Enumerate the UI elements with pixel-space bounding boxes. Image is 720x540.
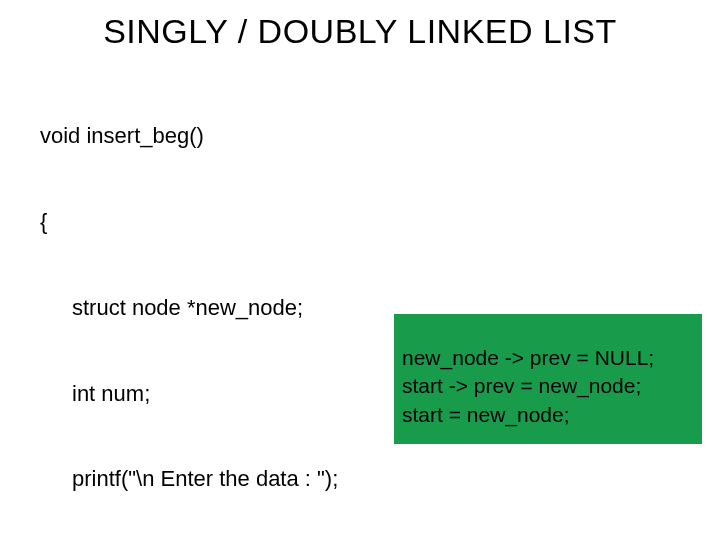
slide: SINGLY / DOUBLY LINKED LIST void insert_…	[0, 0, 720, 540]
code-line: new_node -> prev = NULL;	[402, 344, 694, 372]
code-line: start -> prev = new_node;	[402, 372, 694, 400]
code-line: start = new_node;	[402, 401, 694, 429]
code-line: {	[40, 208, 720, 237]
singly-code-block: void insert_beg() { struct node *new_nod…	[40, 65, 720, 540]
content-area: void insert_beg() { struct node *new_nod…	[0, 59, 720, 540]
code-line: printf("\n Enter the data : ");	[40, 465, 720, 494]
code-line: void insert_beg()	[40, 122, 720, 151]
page-title: SINGLY / DOUBLY LINKED LIST	[0, 0, 720, 59]
doubly-code-block: new_node -> prev = NULL; start -> prev =…	[394, 314, 702, 444]
